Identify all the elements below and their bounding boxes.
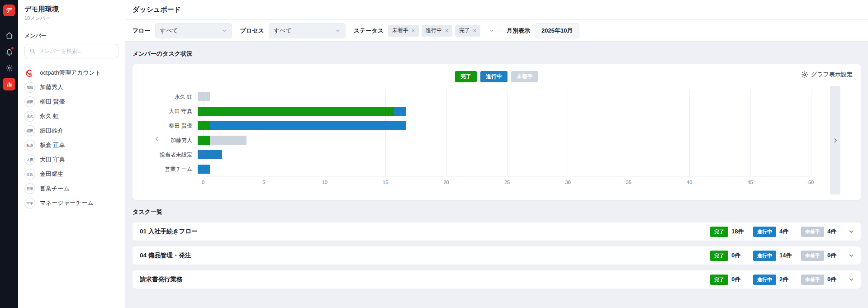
axis-tick-label: 15	[383, 180, 388, 185]
member-item[interactable]: 永久永久 虹	[18, 109, 125, 123]
iconbar-nav	[0, 27, 18, 92]
flow-select[interactable]: すべて	[155, 23, 232, 38]
status-tags: 未着手×進行中×完了×	[388, 25, 480, 37]
done-badge: 完了	[710, 227, 728, 237]
status-tag[interactable]: 完了×	[455, 25, 480, 37]
done-count: 18件	[731, 227, 746, 236]
status-tag[interactable]: 未着手×	[388, 25, 419, 37]
member-item[interactable]: 大田大田 守真	[18, 152, 125, 167]
member-name: 板倉 正幸	[40, 141, 65, 149]
flow-select-value: すべて	[160, 27, 178, 35]
task-row[interactable]: 01 入社手続きフロー完了18件進行中4件未着手4件	[133, 223, 861, 241]
month-picker[interactable]: 2025年10月	[535, 23, 579, 38]
member-search[interactable]	[24, 44, 119, 58]
member-item[interactable]: 板倉板倉 正幸	[18, 138, 125, 152]
graph-settings-label: グラフ表示設定	[811, 71, 853, 79]
member-avatar: 営業	[24, 183, 35, 194]
member-name: octpath管理アカウント	[40, 69, 101, 77]
done-count: 0件	[731, 275, 746, 284]
member-item[interactable]: 営業営業チーム	[18, 181, 125, 196]
chart-plot: 永久 虹大田 守真柳田 賢優加藤秀人担当者未設定営業チーム	[141, 90, 811, 176]
axis-tick-label: 35	[626, 180, 631, 185]
member-avatar: 細田	[24, 125, 35, 136]
notstarted-badge: 未着手	[801, 227, 824, 237]
member-name: 金田耀生	[40, 170, 63, 178]
remove-tag-icon[interactable]: ×	[445, 28, 448, 33]
chevron-down-icon	[335, 28, 341, 33]
legend-item-not-started[interactable]: 未着手	[511, 71, 538, 82]
bar-segment-not-started	[198, 92, 210, 101]
member-item[interactable]: octpath管理アカウント	[18, 66, 125, 80]
chevron-down-icon[interactable]	[848, 276, 854, 283]
chart-category-label: 加藤秀人	[141, 137, 198, 144]
axis-tick-label: 30	[565, 180, 570, 185]
done-count: 0件	[731, 251, 746, 260]
nav-settings[interactable]	[0, 60, 18, 76]
status-tag[interactable]: 進行中×	[422, 25, 452, 37]
task-row[interactable]: 請求書発行業務完了0件進行中2件未着手0件	[133, 270, 861, 289]
progress-badge: 進行中	[753, 251, 776, 261]
gridline	[446, 90, 447, 176]
member-item[interactable]: 金田金田耀生	[18, 167, 125, 181]
graph-settings-button[interactable]: グラフ表示設定	[801, 71, 853, 79]
member-avatar: 柳田	[24, 96, 35, 107]
done-badge: 完了	[710, 251, 728, 261]
gridline	[689, 90, 690, 176]
chart-icon	[3, 78, 15, 90]
task-name: 請求書発行業務	[140, 275, 710, 284]
process-select[interactable]: すべて	[269, 23, 346, 38]
notstarted-count: 0件	[827, 251, 842, 260]
monthly-filter-label: 月別表示	[507, 27, 530, 35]
task-badges: 完了18件進行中4件未着手4件	[710, 227, 842, 237]
status-select-chevron[interactable]	[485, 23, 498, 38]
chevron-down-icon[interactable]	[848, 228, 854, 235]
status-tag-label: 完了	[459, 27, 470, 34]
nav-dashboard[interactable]	[0, 76, 18, 92]
bar-segment-in-progress	[198, 150, 222, 159]
axis-tick-label: 45	[747, 180, 753, 185]
chart-category-label: 柳田 賢優	[141, 122, 198, 130]
remove-tag-icon[interactable]: ×	[412, 28, 415, 33]
axis-tick-label: 5	[262, 180, 265, 185]
axis-tick-label: 40	[687, 180, 692, 185]
home-icon	[5, 32, 13, 39]
status-tag-label: 未着手	[392, 27, 408, 34]
status-filter-label: ステータス	[354, 27, 384, 35]
member-avatar: 大田	[24, 154, 35, 165]
member-name: マネージャーチーム	[40, 199, 94, 207]
app-logo[interactable]: デ	[3, 5, 15, 16]
nav-home[interactable]	[0, 27, 18, 43]
chart-gridlines	[203, 90, 811, 176]
chart-category-label: 営業チーム	[141, 166, 198, 173]
legend-item-in-progress[interactable]: 進行中	[480, 71, 508, 82]
member-item[interactable]: 柳田柳田 賢優	[18, 95, 125, 109]
chart-bar	[198, 92, 811, 101]
progress-count: 14件	[779, 251, 794, 260]
member-avatar: 板倉	[24, 140, 35, 151]
nav-notifications[interactable]	[0, 43, 18, 60]
flow-filter-label: フロー	[133, 27, 151, 35]
main: ダッシュボード フロー すべて プロセス すべて ステータス 未着手×進行中×完…	[125, 0, 868, 308]
notification-dot	[11, 47, 14, 50]
search-icon	[29, 48, 36, 54]
legend-item-done[interactable]: 完了	[455, 71, 477, 82]
filter-bar: フロー すべて プロセス すべて ステータス 未着手×進行中×完了× 月別表示	[125, 20, 868, 42]
remove-tag-icon[interactable]: ×	[473, 28, 476, 33]
chart-bar	[198, 121, 811, 130]
member-search-input[interactable]	[39, 48, 114, 54]
chart-legend: 完了進行中未着手	[141, 71, 853, 82]
task-badges: 完了0件進行中14件未着手0件	[710, 251, 842, 261]
progress-count: 4件	[779, 227, 794, 236]
task-row[interactable]: 04 備品管理・発注完了0件進行中14件未着手0件	[133, 246, 861, 265]
member-item[interactable]: マネマネージャーチーム	[18, 196, 125, 210]
task-badges: 完了0件進行中2件未着手0件	[710, 275, 842, 285]
done-badge: 完了	[710, 275, 728, 285]
chevron-right-icon[interactable]	[830, 86, 840, 194]
chevron-left-icon[interactable]	[153, 135, 161, 142]
chevron-down-icon[interactable]	[848, 252, 854, 259]
gridline	[203, 90, 204, 176]
chart-bar	[198, 136, 811, 145]
member-item[interactable]: 加藤加藤秀人	[18, 80, 125, 95]
member-item[interactable]: 細田細田雄介	[18, 123, 125, 138]
process-select-value: すべて	[274, 27, 292, 35]
